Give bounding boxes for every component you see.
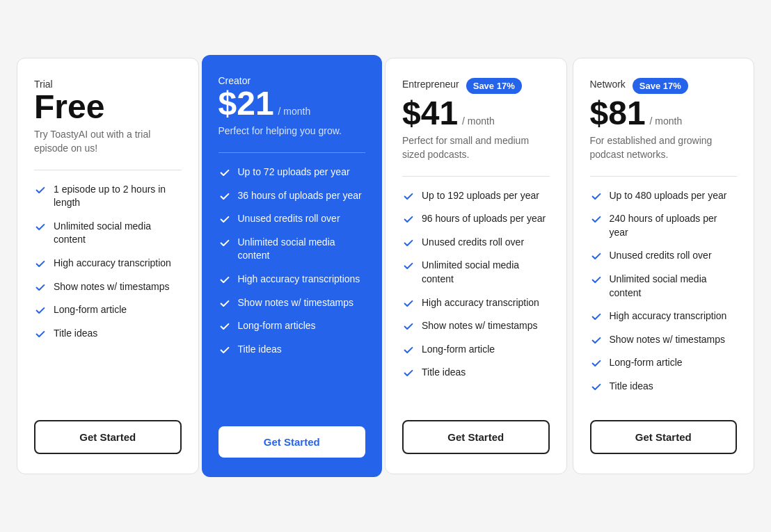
plan-description: For established and growing podcast netw… bbox=[590, 134, 738, 161]
feature-item: Long-form article bbox=[402, 343, 550, 357]
plan-description: Perfect for small and medium sized podca… bbox=[402, 134, 550, 161]
feature-text: 36 hours of uploads per year bbox=[238, 189, 362, 203]
feature-text: Unused credits roll over bbox=[422, 236, 524, 250]
pricing-container: Trial Free Try ToastyAI out with a trial… bbox=[14, 55, 757, 476]
check-icon bbox=[402, 320, 415, 332]
check-icon bbox=[590, 310, 603, 323]
feature-item: Long-form articles bbox=[218, 319, 366, 333]
price-block: $41 / month bbox=[402, 97, 550, 130]
feature-text: Up to 72 uploads per year bbox=[238, 166, 350, 179]
feature-item: Up to 72 uploads per year bbox=[218, 166, 366, 179]
check-icon bbox=[34, 328, 47, 340]
features-list: 1 episode up to 2 hours in length Unlimi… bbox=[34, 183, 182, 403]
get-started-button[interactable]: Get Started bbox=[590, 420, 738, 454]
feature-text: Long-form article bbox=[54, 303, 127, 317]
plan-price-period: / month bbox=[462, 115, 495, 127]
price-block: $81 / month bbox=[590, 97, 738, 130]
features-list: Up to 192 uploads per year 96 hours of u… bbox=[402, 189, 550, 403]
feature-item: 240 hours of uploads per year bbox=[590, 212, 738, 239]
feature-item: Long-form article bbox=[34, 303, 182, 317]
feature-item: Unused credits roll over bbox=[590, 249, 738, 263]
feature-text: Show notes w/ timestamps bbox=[610, 333, 726, 347]
plan-price-period: / month bbox=[650, 115, 683, 127]
feature-text: Unlimited social media content bbox=[422, 259, 550, 286]
feature-text: Show notes w/ timestamps bbox=[422, 319, 538, 333]
check-icon bbox=[402, 236, 415, 249]
feature-item: Unlimited social media content bbox=[218, 236, 366, 263]
check-icon bbox=[590, 213, 603, 225]
plan-price-period: / month bbox=[278, 106, 311, 117]
feature-item: High accuracy transcription bbox=[34, 257, 182, 271]
feature-item: Unlimited social media content bbox=[590, 273, 738, 300]
feature-item: Show notes w/ timestamps bbox=[402, 319, 550, 333]
check-icon bbox=[402, 190, 415, 202]
feature-item: Title ideas bbox=[402, 366, 550, 380]
feature-text: Title ideas bbox=[54, 327, 97, 341]
check-icon bbox=[218, 273, 231, 286]
feature-text: Up to 480 uploads per year bbox=[610, 189, 727, 203]
feature-item: Up to 192 uploads per year bbox=[402, 189, 550, 203]
plan-header-row: Entrepreneur Save 17% bbox=[402, 78, 550, 94]
features-list: Up to 72 uploads per year 36 hours of up… bbox=[218, 166, 366, 410]
plan-price: $41 bbox=[402, 97, 458, 130]
plan-card-entrepreneur: Entrepreneur Save 17% $41 / month Perfec… bbox=[385, 58, 567, 474]
check-icon bbox=[402, 213, 415, 225]
check-icon bbox=[218, 236, 231, 249]
check-icon bbox=[402, 259, 415, 272]
get-started-button[interactable]: Get Started bbox=[34, 420, 182, 454]
divider bbox=[402, 176, 550, 177]
plan-description: Try ToastyAI out with a trial episode on… bbox=[34, 128, 182, 155]
plan-price: Free bbox=[34, 88, 104, 125]
feature-item: 1 episode up to 2 hours in length bbox=[34, 183, 182, 210]
save-badge: Save 17% bbox=[633, 78, 688, 94]
plan-description: Perfect for helping you grow. bbox=[218, 124, 366, 138]
check-icon bbox=[34, 257, 47, 270]
check-icon bbox=[34, 281, 47, 293]
feature-item: High accuracy transcriptions bbox=[218, 273, 366, 287]
price-block: $21 / month bbox=[218, 87, 366, 120]
feature-text: Unlimited social media content bbox=[610, 273, 738, 300]
feature-text: High accuracy transcription bbox=[422, 296, 539, 310]
plan-price: $21 bbox=[218, 87, 274, 120]
price-block: Free bbox=[34, 90, 182, 124]
divider bbox=[590, 176, 738, 177]
plan-header-row: Network Save 17% bbox=[590, 78, 738, 94]
feature-text: Unlimited social media content bbox=[54, 220, 182, 247]
check-icon bbox=[218, 344, 231, 356]
plan-price: $81 bbox=[590, 97, 646, 130]
check-icon bbox=[34, 220, 47, 233]
feature-item: Unused credits roll over bbox=[218, 212, 366, 226]
feature-text: High accuracy transcription bbox=[610, 309, 727, 323]
plan-card-creator: Creator $21 / month Perfect for helping … bbox=[202, 55, 383, 476]
check-icon bbox=[34, 304, 47, 316]
feature-text: High accuracy transcriptions bbox=[238, 273, 360, 287]
check-icon bbox=[402, 366, 415, 379]
plan-label: Entrepreneur bbox=[402, 79, 459, 90]
feature-text: Long-form article bbox=[610, 356, 683, 370]
check-icon bbox=[590, 334, 603, 346]
check-icon bbox=[218, 213, 231, 225]
get-started-button[interactable]: Get Started bbox=[218, 426, 366, 458]
plan-label: Network bbox=[590, 79, 626, 90]
get-started-button[interactable]: Get Started bbox=[402, 420, 550, 454]
check-icon bbox=[218, 320, 231, 332]
feature-item: Title ideas bbox=[590, 380, 738, 394]
feature-text: 1 episode up to 2 hours in length bbox=[54, 183, 182, 210]
plan-card-trial: Trial Free Try ToastyAI out with a trial… bbox=[17, 58, 199, 474]
feature-item: Unused credits roll over bbox=[402, 236, 550, 250]
feature-text: Title ideas bbox=[422, 366, 466, 380]
feature-item: High accuracy transcription bbox=[590, 309, 738, 323]
feature-item: Unlimited social media content bbox=[34, 220, 182, 247]
feature-text: Show notes w/ timestamps bbox=[54, 280, 170, 294]
feature-item: 96 hours of uploads per year bbox=[402, 212, 550, 226]
feature-text: Show notes w/ timestamps bbox=[238, 296, 354, 310]
feature-item: Title ideas bbox=[34, 327, 182, 341]
feature-item: High accuracy transcription bbox=[402, 296, 550, 310]
feature-item: Up to 480 uploads per year bbox=[590, 189, 738, 203]
check-icon bbox=[34, 184, 47, 196]
feature-item: Show notes w/ timestamps bbox=[34, 280, 182, 294]
check-icon bbox=[590, 190, 603, 202]
feature-item: 36 hours of uploads per year bbox=[218, 189, 366, 203]
check-icon bbox=[590, 250, 603, 262]
feature-text: 240 hours of uploads per year bbox=[610, 212, 738, 239]
